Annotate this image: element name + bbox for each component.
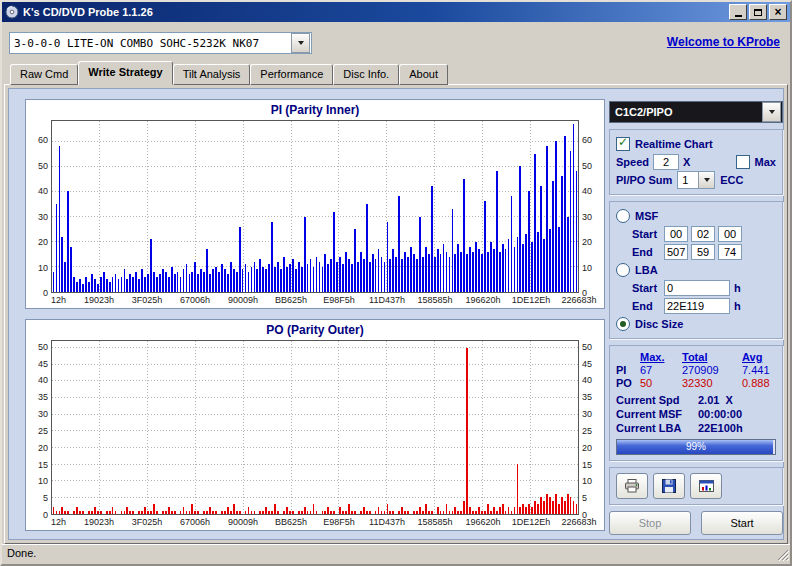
lba-radio[interactable]	[616, 263, 630, 277]
minimize-button[interactable]	[729, 4, 747, 20]
po-y-axis-right: 05101520253035404550	[579, 340, 604, 515]
tab-about[interactable]: About	[399, 64, 448, 85]
realtime-chart-checkbox[interactable]	[616, 137, 630, 151]
pi-chart: PI (Parity Inner) 0102030405060 01020304…	[25, 99, 605, 309]
pipo-sum-dropdown-button[interactable]	[698, 172, 714, 188]
po-chart-title: PO (Parity Outer)	[26, 320, 604, 340]
toolbar: 3-0-0-0 LITE-ON COMBO SOHC-5232K NK07 We…	[2, 22, 790, 64]
tab-performance[interactable]: Performance	[250, 64, 333, 85]
run-controls: Stop Start	[609, 511, 783, 535]
msf-start-field-1[interactable]	[691, 226, 715, 242]
maximize-icon	[754, 9, 762, 16]
pi-x-axis: 12h19023h3F025h67006h90009hBB625hE98F5h1…	[51, 293, 579, 308]
chart-window-icon	[699, 479, 714, 493]
progress-label: 99%	[617, 440, 775, 454]
printer-icon	[624, 479, 640, 493]
msf-end-field-1[interactable]	[691, 244, 715, 260]
lba-start-label: Start	[632, 282, 664, 294]
msf-label: MSF	[635, 210, 658, 222]
stats-row-po-label: PO	[616, 377, 640, 389]
speed-input[interactable]	[653, 154, 679, 170]
current-status: Current Spd 2.01 X Current MSF 00:00:00 …	[616, 394, 776, 434]
chevron-down-icon	[704, 178, 710, 182]
pi-y-axis-left: 0102030405060	[26, 120, 51, 293]
progress-bar: 99%	[616, 439, 776, 455]
current-lba-value: 22E100h	[698, 422, 776, 434]
drive-select[interactable]: 3-0-0-0 LITE-ON COMBO SOHC-5232K NK07	[9, 32, 312, 54]
range-group: MSF Start End	[609, 201, 783, 339]
title-bar[interactable]: K's CD/DVD Probe 1.1.26 ×	[2, 2, 790, 22]
po-plot	[52, 341, 578, 514]
speed-unit-label: X	[683, 156, 690, 168]
save-button[interactable]	[653, 473, 685, 499]
welcome-link[interactable]: Welcome to KProbe	[667, 35, 780, 49]
max-speed-checkbox[interactable]	[736, 155, 750, 169]
po-avg-value: 0.888	[742, 377, 786, 389]
pi-plot	[52, 121, 578, 292]
tools-group	[609, 467, 783, 505]
stats-row-pi-label: PI	[616, 364, 640, 376]
stats-header-avg: Avg	[742, 351, 786, 363]
stop-button[interactable]: Stop	[609, 511, 691, 535]
minimize-icon	[735, 15, 742, 17]
stats-group: Max. Total Avg PI 67 270909 7.441 PO 50 …	[609, 345, 783, 461]
window-controls: ×	[729, 4, 787, 20]
drive-select-value: 3-0-0-0 LITE-ON COMBO SOHC-5232K NK07	[10, 37, 291, 50]
chart-mode-select[interactable]: C1C2/PIPO	[609, 101, 783, 123]
msf-end-label: End	[632, 246, 664, 258]
export-chart-button[interactable]	[690, 473, 722, 499]
tab-disc-info[interactable]: Disc Info.	[333, 64, 399, 85]
close-button[interactable]: ×	[769, 4, 787, 20]
po-y-axis-left: 05101520253035404550	[26, 340, 51, 515]
current-lba-label: Current LBA	[616, 422, 698, 434]
resize-grip[interactable]	[776, 548, 789, 563]
current-spd-value: 2.01 X	[698, 394, 776, 406]
current-msf-label: Current MSF	[616, 408, 698, 420]
msf-start-field-2[interactable]	[718, 226, 742, 242]
po-total-value: 32330	[682, 377, 742, 389]
tab-tilt-analysis[interactable]: Tilt Analysis	[173, 64, 251, 85]
lba-start-unit-label: h	[734, 282, 741, 294]
options-group: Realtime Chart Speed X Max PI/PO Sum	[609, 129, 783, 195]
lba-end-label: End	[632, 300, 664, 312]
app-window: K's CD/DVD Probe 1.1.26 × 3-0-0-0 LITE-O…	[0, 0, 792, 566]
disc-size-radio[interactable]	[616, 317, 630, 331]
msf-start-field-0[interactable]	[664, 226, 688, 242]
chart-mode-dropdown-button[interactable]	[762, 102, 781, 122]
pi-y-axis-right: 0102030405060	[579, 120, 604, 293]
lba-end-unit-label: h	[734, 300, 741, 312]
pipo-sum-select[interactable]: 1	[677, 171, 715, 189]
floppy-disk-icon	[662, 479, 676, 493]
chart-area: PI (Parity Inner) 0102030405060 01020304…	[8, 88, 784, 540]
stats-table: Max. Total Avg PI 67 270909 7.441 PO 50 …	[616, 351, 776, 389]
disc-size-label: Disc Size	[635, 318, 683, 330]
tab-write-strategy[interactable]: Write Strategy	[78, 61, 172, 85]
max-speed-label: Max	[755, 156, 776, 168]
po-plot-area	[51, 340, 579, 515]
print-button[interactable]	[616, 473, 648, 499]
lba-start-input[interactable]	[664, 280, 730, 296]
msf-radio[interactable]	[616, 209, 630, 223]
drive-select-dropdown-button[interactable]	[291, 33, 310, 53]
tab-page: PI (Parity Inner) 0102030405060 01020304…	[4, 84, 788, 544]
lba-end-input[interactable]	[664, 298, 730, 314]
current-spd-label: Current Spd	[616, 394, 698, 406]
status-text: Done.	[7, 547, 36, 559]
app-icon	[5, 5, 19, 19]
msf-start-label: Start	[632, 228, 664, 240]
po-x-axis: 12h19023h3F025h67006h90009hBB625hE98F5h1…	[51, 515, 579, 530]
po-max-value: 50	[640, 377, 682, 389]
tab-raw-cmd[interactable]: Raw Cmd	[10, 64, 78, 85]
start-button[interactable]: Start	[701, 511, 783, 535]
msf-end-field-0[interactable]	[664, 244, 688, 260]
close-icon: ×	[774, 7, 781, 18]
po-chart: PO (Parity Outer) 05101520253035404550 0…	[25, 319, 605, 531]
pipo-sum-value: 1	[678, 174, 698, 186]
stats-header-total: Total	[682, 351, 742, 363]
pi-avg-value: 7.441	[742, 364, 786, 376]
chevron-down-icon	[298, 41, 304, 45]
maximize-button[interactable]	[749, 4, 767, 20]
msf-end-field-2[interactable]	[718, 244, 742, 260]
window-title: K's CD/DVD Probe 1.1.26	[23, 6, 725, 18]
speed-label: Speed	[616, 156, 649, 168]
